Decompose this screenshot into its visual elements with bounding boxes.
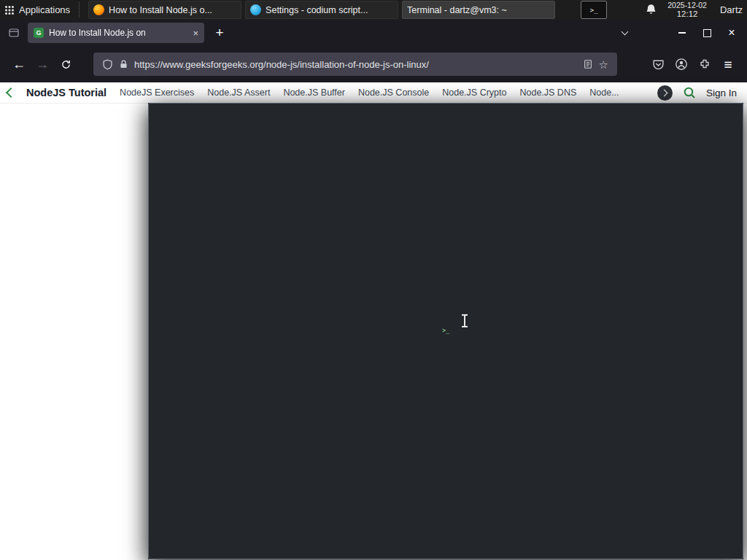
tracking-shield-icon[interactable] (102, 59, 113, 70)
gfg-nav-link[interactable]: NodeJS Exercises (120, 88, 194, 98)
extensions-button[interactable] (693, 52, 716, 76)
minimize-icon (678, 32, 686, 34)
firefox-view-button[interactable] (4, 23, 23, 42)
gfg-favicon: G (34, 28, 44, 38)
url-bar[interactable]: https://www.geeksforgeeks.org/node-js/in… (93, 52, 617, 76)
gfg-nav-link[interactable]: Node... (589, 88, 619, 98)
panel-separator (79, 2, 83, 18)
terminal-systray-icon[interactable]: >_ (581, 1, 607, 19)
gfg-nav-link[interactable]: Node.JS Crypto (442, 88, 506, 98)
codium-icon (250, 4, 261, 15)
sign-in-button[interactable]: Sign In (706, 88, 737, 98)
chevron-down-icon (621, 28, 628, 36)
account-icon (675, 58, 688, 71)
taskbar-label: How to Install Node.js o... (109, 5, 212, 15)
top-panel: Applications How to Install Node.js o...… (0, 0, 747, 20)
account-button[interactable] (670, 52, 693, 76)
url-text[interactable]: https://www.geeksforgeeks.org/node-js/in… (134, 59, 577, 70)
hamburger-menu-icon: ≡ (724, 58, 732, 71)
pocket-button[interactable] (646, 52, 670, 76)
panel-clock[interactable]: 2025-12-02 12:12 (667, 1, 707, 19)
browser-close-button[interactable]: × (721, 23, 743, 42)
browser-maximize-button[interactable] (696, 23, 718, 42)
firefox-view-icon (8, 27, 20, 39)
gfg-nav-right: Sign In (657, 85, 740, 101)
taskbar-label: Settings - codium script... (266, 5, 368, 15)
taskbar-button-firefox[interactable]: How to Install Node.js o... (88, 1, 241, 19)
tab-bar: G How to Install Node.js on × + × (0, 20, 747, 46)
navigation-toolbar: ← → https://www.geeksforgeeks.org/node-j… (0, 46, 747, 82)
notifications-bell-icon[interactable] (645, 4, 657, 16)
taskbar-button-terminal[interactable]: >_ Terminal - dartz@vm3: ~ (402, 1, 555, 19)
applications-menu-label: Applications (19, 4, 70, 15)
search-icon[interactable] (683, 86, 696, 99)
gfg-nav-link[interactable]: Node.JS DNS (519, 88, 576, 98)
nav-scroll-left-icon[interactable] (7, 86, 13, 99)
taskbar-button-codium[interactable]: Settings - codium script... (245, 1, 398, 19)
tab-close-icon[interactable]: × (193, 28, 198, 38)
desktop: Applications How to Install Node.js o...… (0, 0, 747, 560)
tab-title: How to Install Node.js on (49, 28, 187, 38)
firefox-icon (93, 4, 104, 15)
pocket-icon (652, 58, 665, 71)
lock-icon[interactable] (119, 59, 128, 69)
app-menu-button[interactable]: ≡ (716, 52, 740, 76)
gfg-nav-link[interactable]: Node.JS Console (358, 88, 429, 98)
list-all-tabs-button[interactable] (614, 23, 635, 42)
extensions-puzzle-icon (699, 58, 711, 70)
panel-username: Dartz (720, 4, 743, 15)
applications-grid-icon (4, 5, 15, 15)
gfg-nav-link[interactable]: Node.JS Assert (207, 88, 270, 98)
bookmark-star-icon[interactable]: ☆ (599, 59, 608, 70)
applications-menu-button[interactable]: Applications (0, 0, 77, 20)
clock-time: 12:12 (677, 9, 698, 19)
close-icon: × (728, 27, 735, 39)
forward-button[interactable]: → (31, 52, 54, 76)
gfg-nav-link[interactable]: Node.JS Buffer (283, 88, 345, 98)
taskbar-label: Terminal - dartz@vm3: ~ (407, 5, 507, 15)
reload-button[interactable] (54, 52, 77, 76)
clock-date: 2025-12-02 (667, 1, 707, 9)
browser-tab-active[interactable]: G How to Install Node.js on × (28, 23, 204, 43)
nav-scroll-right-button[interactable] (657, 85, 673, 101)
reader-mode-icon[interactable] (583, 59, 593, 69)
back-button[interactable]: ← (7, 52, 31, 76)
gfg-subnav: NodeJS Tutorial NodeJS Exercises Node.JS… (0, 82, 747, 104)
gfg-nav-title[interactable]: NodeJS Tutorial (26, 87, 107, 98)
maximize-icon (703, 29, 711, 37)
browser-minimize-button[interactable] (671, 23, 693, 42)
new-tab-button[interactable]: + (210, 23, 229, 42)
reload-icon (61, 59, 71, 70)
